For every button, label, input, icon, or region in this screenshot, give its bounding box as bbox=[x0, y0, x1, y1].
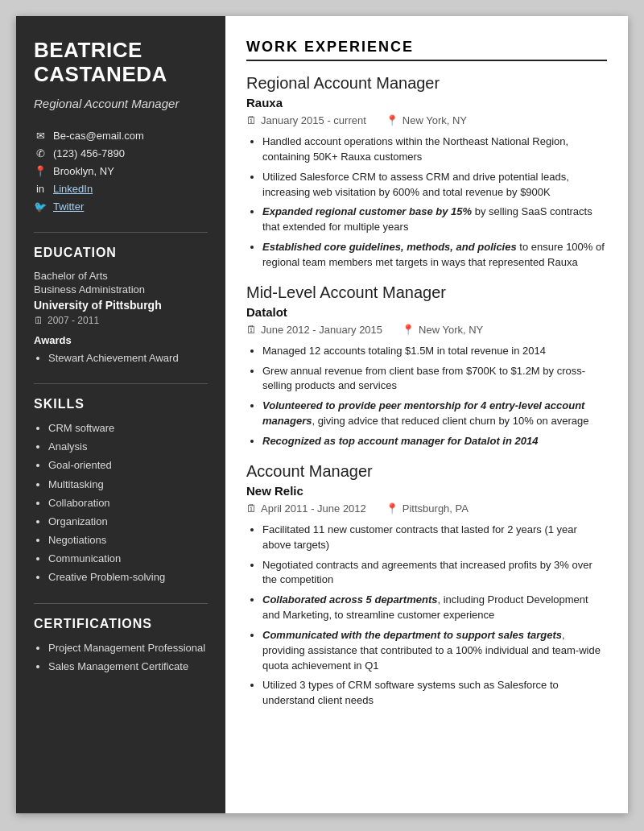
job-2-bullet-2: Volunteered to provide peer mentorship f… bbox=[262, 399, 607, 429]
skills-title: SKILLS bbox=[34, 397, 208, 411]
calendar-icon-2: 🗓 bbox=[246, 324, 257, 336]
job-1-bullets: Handled account operations within the No… bbox=[246, 134, 607, 271]
job-1-title: Regional Account Manager bbox=[246, 74, 607, 93]
job-3-bullet-1: Negotiated contracts and agreements that… bbox=[262, 558, 607, 589]
job-3-bullet-0: Facilitated 11 new customer contracts th… bbox=[262, 523, 607, 553]
education-section: EDUCATION Bachelor of Arts Business Admi… bbox=[34, 246, 208, 366]
divider-education bbox=[34, 232, 208, 233]
skills-list: CRM softwareAnalysisGoal-orientedMultita… bbox=[34, 421, 208, 585]
certs-list: Project Management ProfessionalSales Man… bbox=[34, 641, 208, 674]
job-1-date: January 2015 - current bbox=[261, 114, 366, 126]
skill-item: Analysis bbox=[48, 440, 208, 454]
job-3-bullet-2: Collaborated across 5 departments, inclu… bbox=[262, 593, 607, 623]
job-1-date-item: 🗓 January 2015 - current bbox=[246, 114, 366, 126]
edu-school: University of Pittsburgh bbox=[34, 299, 208, 312]
sidebar: BEATRICE CASTANEDA Regional Account Mana… bbox=[16, 16, 225, 813]
job-2-bullet-3: Recognized as top account manager for Da… bbox=[262, 434, 607, 449]
job-1-company: Rauxa bbox=[246, 96, 607, 110]
job-1-location-item: 📍 New York, NY bbox=[386, 114, 467, 126]
job-3-title: Account Manager bbox=[246, 462, 607, 481]
job-3-location: Pittsburgh, PA bbox=[402, 502, 469, 515]
email-value: Be-cas@email.com bbox=[53, 130, 144, 142]
cert-item: Project Management Professional bbox=[48, 641, 208, 655]
job-2-location: New York, NY bbox=[419, 324, 483, 336]
candidate-name: BEATRICE CASTANEDA bbox=[34, 39, 208, 87]
resume-container: BEATRICE CASTANEDA Regional Account Mana… bbox=[16, 16, 628, 813]
job-2-bullets: Managed 12 accounts totaling $1.5M in to… bbox=[246, 344, 607, 449]
job-1-bullet-3: Established core guidelines, methods, an… bbox=[262, 240, 607, 271]
skill-item: Communication bbox=[48, 552, 208, 566]
edu-year-value: 2007 - 2011 bbox=[47, 315, 99, 326]
job-2-title: Mid-Level Account Manager bbox=[246, 283, 607, 302]
email-icon: ✉ bbox=[34, 130, 47, 142]
job-1: Regional Account Manager Rauxa 🗓 January… bbox=[246, 74, 607, 271]
pin-icon-3: 📍 bbox=[386, 502, 398, 515]
linkedin-link[interactable]: LinkedIn bbox=[53, 183, 93, 195]
job-3-bullet-4: Utilized 3 types of CRM software systems… bbox=[262, 678, 607, 709]
cert-item: Sales Management Certificate bbox=[48, 659, 208, 674]
job-3: Account Manager New Relic 🗓 April 2011 -… bbox=[246, 462, 607, 709]
job-2-date: June 2012 - January 2015 bbox=[261, 324, 382, 336]
skill-item: CRM software bbox=[48, 421, 208, 436]
job-2-date-item: 🗓 June 2012 - January 2015 bbox=[246, 324, 382, 336]
skill-item: Negotiations bbox=[48, 533, 208, 548]
pin-icon-2: 📍 bbox=[402, 324, 415, 336]
job-2-bullet-1: Grew annual revenue from client base fro… bbox=[262, 364, 607, 395]
linkedin-item[interactable]: in LinkedIn bbox=[34, 183, 208, 195]
twitter-item[interactable]: 🐦 Twitter bbox=[34, 201, 208, 213]
skill-item: Multitasking bbox=[48, 478, 208, 492]
job-3-bullet-3: Communicated with the department to supp… bbox=[262, 628, 607, 674]
twitter-icon: 🐦 bbox=[34, 201, 47, 213]
job-1-bullet-0: Handled account operations within the No… bbox=[262, 134, 607, 165]
divider-certs bbox=[34, 603, 208, 604]
job-3-company: New Relic bbox=[246, 484, 607, 498]
pin-icon-1: 📍 bbox=[386, 114, 398, 126]
linkedin-icon: in bbox=[34, 183, 47, 195]
divider-skills bbox=[34, 383, 208, 384]
edu-field: Business Administration bbox=[34, 283, 208, 296]
job-3-meta: 🗓 April 2011 - June 2012 📍 Pittsburgh, P… bbox=[246, 502, 607, 515]
calendar-icon-1: 🗓 bbox=[246, 114, 257, 126]
edu-degree: Bachelor of Arts bbox=[34, 270, 208, 282]
awards-label: Awards bbox=[34, 334, 208, 346]
phone-value: (123) 456-7890 bbox=[53, 147, 125, 159]
skills-section: SKILLS CRM softwareAnalysisGoal-oriented… bbox=[34, 397, 208, 585]
job-2-bullet-0: Managed 12 accounts totaling $1.5M in to… bbox=[262, 344, 607, 359]
job-1-bullet-2: Expanded regional customer base by 15% b… bbox=[262, 205, 607, 235]
skill-item: Collaboration bbox=[48, 496, 208, 511]
calendar-icon-3: 🗓 bbox=[246, 502, 257, 515]
skill-item: Organization bbox=[48, 515, 208, 529]
award-item: Stewart Achievement Award bbox=[48, 351, 208, 366]
job-2-company: Datalot bbox=[246, 305, 607, 319]
job-3-date-item: 🗓 April 2011 - June 2012 bbox=[246, 502, 366, 515]
location-item: 📍 Brooklyn, NY bbox=[34, 165, 208, 177]
job-3-bullets: Facilitated 11 new customer contracts th… bbox=[246, 523, 607, 709]
work-experience-title: WORK EXPERIENCE bbox=[246, 39, 607, 61]
calendar-icon: 🗓 bbox=[34, 315, 43, 326]
twitter-link[interactable]: Twitter bbox=[53, 201, 84, 213]
candidate-title: Regional Account Manager bbox=[34, 95, 208, 112]
job-2-location-item: 📍 New York, NY bbox=[402, 324, 483, 336]
phone-icon: ✆ bbox=[34, 147, 47, 159]
skill-item: Goal-oriented bbox=[48, 458, 208, 473]
phone-item: ✆ (123) 456-7890 bbox=[34, 147, 208, 159]
edu-year: 🗓 2007 - 2011 bbox=[34, 315, 208, 326]
certifications-section: CERTIFICATIONS Project Management Profes… bbox=[34, 617, 208, 674]
job-3-location-item: 📍 Pittsburgh, PA bbox=[386, 502, 469, 515]
awards-list: Stewart Achievement Award bbox=[34, 351, 208, 366]
job-1-bullet-1: Utilized Salesforce CRM to assess CRM an… bbox=[262, 170, 607, 201]
email-item: ✉ Be-cas@email.com bbox=[34, 130, 208, 142]
job-3-date: April 2011 - June 2012 bbox=[261, 502, 366, 515]
job-1-location: New York, NY bbox=[402, 114, 467, 126]
skill-item: Creative Problem-solving bbox=[48, 570, 208, 585]
main-content: WORK EXPERIENCE Regional Account Manager… bbox=[225, 16, 628, 813]
education-title: EDUCATION bbox=[34, 246, 208, 260]
location-icon: 📍 bbox=[34, 165, 47, 177]
certs-title: CERTIFICATIONS bbox=[34, 617, 208, 631]
location-value: Brooklyn, NY bbox=[53, 165, 114, 177]
job-1-meta: 🗓 January 2015 - current 📍 New York, NY bbox=[246, 114, 607, 126]
contact-section: ✉ Be-cas@email.com ✆ (123) 456-7890 📍 Br… bbox=[34, 130, 208, 213]
job-2-meta: 🗓 June 2012 - January 2015 📍 New York, N… bbox=[246, 324, 607, 336]
job-2: Mid-Level Account Manager Datalot 🗓 June… bbox=[246, 283, 607, 449]
